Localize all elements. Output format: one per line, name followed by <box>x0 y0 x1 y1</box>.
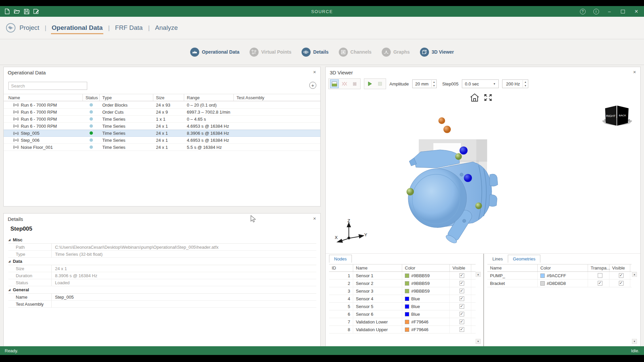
color-swatch[interactable] <box>405 304 409 309</box>
nav-item-frf-data[interactable]: FRF Data <box>114 23 143 33</box>
tab-nodes[interactable]: Nodes <box>329 255 352 263</box>
scroll-down-icon[interactable]: ▼ <box>632 339 637 344</box>
column-header-name[interactable]: Name <box>487 264 538 272</box>
fit-view-icon[interactable] <box>484 94 492 103</box>
play-button[interactable] <box>366 79 374 88</box>
close-icon[interactable]: × <box>312 216 318 222</box>
table-row[interactable]: Run 6 - 7000 RPM Time Series 24 x 1 4.69… <box>4 123 320 130</box>
node-row[interactable]: 3 Sensor 3 #9BBB59 <box>329 287 476 295</box>
visible-checkbox[interactable] <box>460 319 464 324</box>
visible-checkbox[interactable] <box>619 273 624 278</box>
maximize-icon[interactable] <box>617 7 629 16</box>
details-group-header[interactable]: ◢ Misc <box>8 236 316 244</box>
details-property-row[interactable]: Type Time Series (32-bit float) <box>8 251 316 258</box>
amplitude-stepper[interactable]: 20 mm ▲▼ <box>412 79 437 88</box>
column-header-transparent[interactable]: Transpa... <box>588 264 609 272</box>
nav-item-analyze[interactable]: Analyze <box>154 23 178 33</box>
node-row[interactable]: 4 Sensor 4 Blue <box>329 295 476 303</box>
node-row[interactable]: 2 Sensor 2 #9BBB59 <box>329 280 476 287</box>
nav-item-project[interactable]: Project <box>19 23 40 33</box>
details-property-row[interactable]: Name Step_005 <box>8 294 316 301</box>
tab-geometries[interactable]: Geometries <box>508 255 540 263</box>
spin-up-icon[interactable]: ▲ <box>523 80 528 84</box>
node-row[interactable]: 8 Validation Upper #F79646 <box>329 326 476 334</box>
details-property-row[interactable]: Test Assembly <box>8 301 316 308</box>
minimize-icon[interactable]: – <box>604 7 615 16</box>
color-swatch[interactable] <box>405 297 409 301</box>
node-row[interactable]: 1 Sensor 1 #9BBB59 <box>329 272 476 280</box>
details-property-row[interactable]: Status Loaded <box>8 279 316 286</box>
column-header-status[interactable]: Status <box>83 94 100 101</box>
info-icon[interactable]: i <box>590 7 602 16</box>
close-icon[interactable]: ✕ <box>631 7 642 16</box>
tab-lines[interactable]: Lines <box>487 255 508 263</box>
column-header-range[interactable]: Range <box>184 94 234 101</box>
column-header-name[interactable]: Name <box>4 94 83 101</box>
transparent-checkbox[interactable] <box>598 281 602 286</box>
details-property-row[interactable]: Size 24 x 1 <box>8 265 316 272</box>
view-cube[interactable]: RIGHT BACK <box>602 104 633 129</box>
visible-checkbox[interactable] <box>460 289 464 293</box>
color-swatch[interactable] <box>405 274 409 278</box>
visible-checkbox[interactable] <box>619 281 624 286</box>
column-header-type[interactable]: Type <box>100 94 153 101</box>
color-swatch[interactable] <box>405 289 409 293</box>
column-header-color[interactable]: Color <box>538 264 588 272</box>
color-swatch[interactable] <box>405 312 409 316</box>
details-group-header[interactable]: ◢ General <box>8 286 316 294</box>
column-header-visible[interactable]: Visible <box>450 264 471 272</box>
ribbon-3d-viewer[interactable]: 3D Viewer <box>420 48 454 57</box>
color-swatch[interactable] <box>405 281 409 286</box>
nodes-scrollbar[interactable]: ▲ ▼ <box>476 272 481 344</box>
table-row[interactable]: Run 6 - 7000 RPM Order Cuts 24 x 9 6997.… <box>4 109 320 116</box>
node-row[interactable]: 7 Validation Lower #F79646 <box>329 318 476 326</box>
column-header-size[interactable]: Size <box>153 94 184 101</box>
scroll-up-icon[interactable]: ▲ <box>632 272 637 277</box>
table-row[interactable]: Step_005 Time Series 24 x 1 8.3906 s @ 1… <box>4 130 320 137</box>
column-header-id[interactable]: ID <box>329 264 353 272</box>
add-button[interactable]: + <box>309 82 316 89</box>
visible-checkbox[interactable] <box>460 304 464 309</box>
close-icon[interactable]: × <box>632 69 638 75</box>
search-input[interactable] <box>8 82 87 90</box>
help-icon[interactable]: ? <box>577 7 588 16</box>
color-swatch[interactable] <box>540 274 545 278</box>
spin-up-icon[interactable]: ▲ <box>432 80 437 84</box>
visible-checkbox[interactable] <box>460 281 464 286</box>
details-group-header[interactable]: ◢ Data <box>8 258 316 265</box>
details-property-row[interactable]: Duration 8.3906 s @ 16384 Hz <box>8 272 316 279</box>
node-row[interactable]: 6 Sensor 6 Blue <box>329 310 476 318</box>
ribbon-operational-data[interactable]: Operational Data <box>190 48 239 57</box>
column-header-test-assembly[interactable]: Test Assembly <box>234 94 320 101</box>
home-view-icon[interactable] <box>470 93 480 104</box>
frequency-stepper[interactable]: 200 Hz ▲▼ <box>502 79 528 88</box>
time-dropdown[interactable]: 0.0 sec ▼ <box>462 79 499 88</box>
pump-model[interactable] <box>326 91 640 253</box>
table-row[interactable]: Run 6 - 7000 RPM Order Blocks 24 x 93 0 … <box>4 102 320 109</box>
geometry-row[interactable]: PUMP_ #9ACCFF <box>487 272 632 280</box>
visible-checkbox[interactable] <box>460 296 464 301</box>
column-header-color[interactable]: Color <box>402 264 450 272</box>
color-swatch[interactable] <box>405 320 409 324</box>
color-swatch[interactable] <box>405 327 409 332</box>
visible-checkbox[interactable] <box>460 273 464 278</box>
spin-down-icon[interactable]: ▼ <box>523 84 528 87</box>
geometry-row[interactable]: Bracket #D8D8D8 <box>487 280 632 287</box>
geometries-scrollbar[interactable]: ▲ ▼ <box>632 272 637 344</box>
column-header-name[interactable]: Name <box>353 264 402 272</box>
amplitude-scale-button[interactable] <box>330 79 339 88</box>
details-property-row[interactable]: Path C:\Users\EleonoraCesari\Desktop\Web… <box>8 244 316 251</box>
close-icon[interactable]: × <box>312 69 318 75</box>
scroll-up-icon[interactable]: ▲ <box>476 272 481 277</box>
table-row[interactable]: Step_006 Time Series 24 x 1 4.6953 s @ 1… <box>4 137 320 144</box>
table-row[interactable]: Noise Floor_001 Time Series 24 x 1 5.5 s… <box>4 144 320 151</box>
column-header-visible[interactable]: Visible <box>609 264 630 272</box>
node-row[interactable]: 5 Sensor 5 Blue <box>329 303 476 310</box>
nav-item-operational-data[interactable]: Operational Data <box>51 23 103 33</box>
visible-checkbox[interactable] <box>460 312 464 316</box>
scroll-down-icon[interactable]: ▼ <box>476 339 481 344</box>
table-row[interactable]: Run 6 - 7000 RPM Time Series 1 x 1 0 – 4… <box>4 116 320 123</box>
ribbon-details[interactable]: Details <box>302 48 329 57</box>
splitter[interactable] <box>483 254 484 347</box>
transparent-checkbox[interactable] <box>598 273 602 278</box>
